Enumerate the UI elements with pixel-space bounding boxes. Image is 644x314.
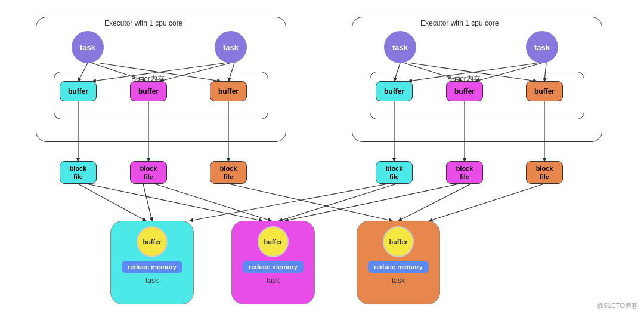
bottom-task-label3: task <box>392 276 405 285</box>
bottom-buffer1: buffer <box>137 226 168 257</box>
svg-line-19 <box>86 184 262 221</box>
left-buffer2: buffer <box>130 81 167 101</box>
right-task2: task <box>526 31 558 63</box>
watermark: @51CTO博客 <box>597 301 638 310</box>
svg-line-24 <box>285 184 459 221</box>
main-canvas: Executor with 1 cpu core Buffer内存 task t… <box>0 0 644 314</box>
left-task2: task <box>215 31 247 63</box>
svg-line-27 <box>279 184 397 221</box>
svg-line-20 <box>143 184 152 221</box>
right-blockfile1: blockfile <box>376 161 413 184</box>
left-buffer-label: Buffer内存 <box>131 74 165 84</box>
right-blockfile3: blockfile <box>526 161 563 184</box>
bottom-buffer2: buffer <box>258 226 289 257</box>
svg-line-23 <box>190 184 388 221</box>
bottom-task-label1: task <box>145 276 159 285</box>
right-buffer2: buffer <box>446 81 483 101</box>
left-buffer3: buffer <box>210 81 247 101</box>
right-buffer1: buffer <box>376 81 413 101</box>
bottom-task2: buffer reduce memory task <box>231 221 315 304</box>
right-task1: task <box>384 31 416 63</box>
right-blockfile2: blockfile <box>446 161 483 184</box>
bottom-task1: buffer reduce memory task <box>110 221 194 304</box>
left-blockfile2: blockfile <box>130 161 167 184</box>
reduce-memory1: reduce memory <box>122 261 182 273</box>
right-buffer3: buffer <box>526 81 563 101</box>
reduce-memory3: reduce memory <box>368 261 429 273</box>
left-blockfile3: blockfile <box>210 161 247 184</box>
bottom-task-label2: task <box>267 276 280 285</box>
left-task1: task <box>72 31 104 63</box>
svg-line-18 <box>78 184 146 221</box>
svg-line-25 <box>398 184 471 221</box>
left-blockfile1: blockfile <box>60 161 97 184</box>
svg-line-22 <box>228 184 392 221</box>
left-buffer1: buffer <box>60 81 97 101</box>
svg-line-26 <box>429 184 544 221</box>
bottom-task3: buffer reduce memory task <box>357 221 440 304</box>
left-executor-label: Executor with 1 cpu core <box>104 19 182 27</box>
right-executor-label: Executor with 1 cpu core <box>420 19 499 27</box>
bottom-buffer3: buffer <box>383 226 414 257</box>
right-buffer-label: Buffer内存 <box>447 74 481 84</box>
svg-line-21 <box>154 184 271 221</box>
reduce-memory2: reduce memory <box>243 261 304 273</box>
